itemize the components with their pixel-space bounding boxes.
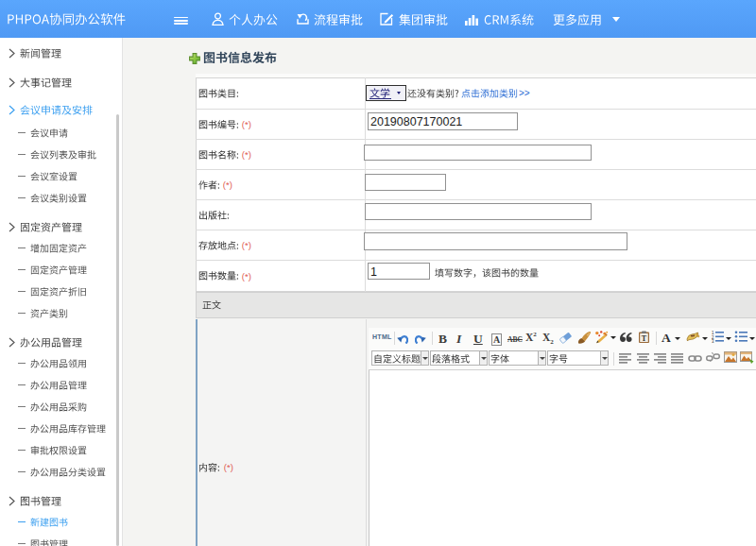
- svg-text:T: T: [642, 334, 647, 343]
- svg-text:3: 3: [712, 339, 714, 343]
